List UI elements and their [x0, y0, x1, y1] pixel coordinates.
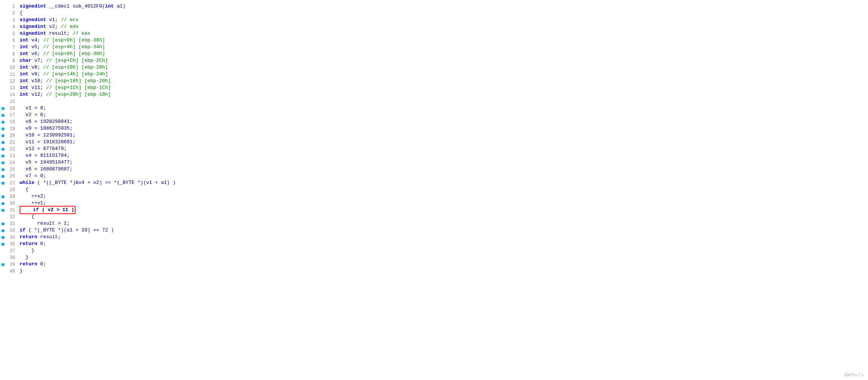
code-line: signed int result; // eax [20, 30, 868, 37]
line-number: 32 [6, 214, 15, 221]
dot-cell [0, 173, 6, 180]
code-line: v6 = 1680879687; [20, 166, 868, 173]
dot-cell [0, 37, 6, 44]
code-line: int v5; // [esp+4h] [ebp-34h] [20, 44, 868, 51]
dot-cell [0, 221, 6, 227]
code-line: } [20, 268, 868, 274]
line-number: 12 [6, 78, 15, 85]
line-number: 20 [6, 132, 15, 139]
line-number: 14 [6, 92, 15, 98]
code-line: while ( *((_BYTE *)&v4 + v2) == *(_BYTE … [20, 179, 868, 186]
dot-cell [0, 44, 6, 51]
code-line: signed int v1; // ecx [20, 17, 868, 23]
breakpoint-dot [2, 148, 5, 151]
code-line: { [20, 10, 868, 17]
breakpoint-dot [2, 141, 5, 144]
dot-cell [0, 193, 6, 200]
code-line: int v12; // [esp+20h] [ebp-18h] [20, 91, 868, 98]
dot-cell [0, 17, 6, 24]
code-line: int v10; // [esp+18h] [ebp-20h] [20, 78, 868, 84]
dot-cell [0, 248, 6, 254]
dot-cell [0, 24, 6, 31]
code-line: v4 = 811151704; [20, 152, 868, 159]
code-line: } [20, 254, 868, 261]
line-number: 18 [6, 119, 15, 126]
line-number: 16 [6, 105, 15, 112]
code-line: char v7; // [esp+Ch] [ebp-2Ch] [20, 57, 868, 64]
line-numbers-column: 1234567891011121314151617181920212223242… [6, 3, 18, 377]
dot-cell [0, 187, 6, 193]
dot-cell [0, 207, 6, 214]
line-number: 35 [6, 234, 15, 241]
dot-cell [0, 51, 6, 58]
breakpoint-dot [2, 209, 5, 212]
dot-cell [0, 146, 6, 153]
breakpoint-dot [2, 236, 5, 239]
code-view: 1234567891011121314151617181920212223242… [0, 0, 868, 380]
breakpoint-column [0, 3, 6, 377]
code-line: return result; [20, 234, 868, 241]
dot-cell [0, 64, 6, 71]
dot-cell [0, 112, 6, 119]
dot-cell [0, 10, 6, 17]
code-line: if ( v2 > 11 ) [20, 207, 868, 213]
watermark: IDA Pro 7.x [844, 373, 863, 377]
dot-cell [0, 92, 6, 98]
line-number: 40 [6, 268, 15, 275]
dot-cell [0, 139, 6, 146]
breakpoint-dot [2, 107, 5, 110]
code-line: int v6; // [esp+8h] [ebp-30h] [20, 51, 868, 57]
code-line: ++v2; [20, 193, 868, 200]
breakpoint-dot [2, 195, 5, 198]
code-line: int v8; // [esp+10h] [ebp-28h] [20, 64, 868, 71]
line-number: 3 [6, 17, 15, 24]
line-number: 24 [6, 159, 15, 166]
line-number: 38 [6, 254, 15, 261]
line-number: 8 [6, 51, 15, 58]
code-line: v8 = 1920298841; [20, 118, 868, 125]
line-number: 37 [6, 248, 15, 254]
dot-cell [0, 200, 6, 207]
breakpoint-dot [2, 175, 5, 178]
dot-cell [0, 105, 6, 112]
code-line: v2 = 0; [20, 112, 868, 118]
line-number: 4 [6, 24, 15, 31]
breakpoint-dot [2, 229, 5, 232]
code-line: return 0; [20, 241, 868, 247]
dot-cell [0, 261, 6, 268]
code-line: int v9; // [esp+14h] [ebp-24h] [20, 71, 868, 78]
dot-cell [0, 71, 6, 78]
code-line: signed int __cdecl sub_4012F0(int a1) [20, 3, 868, 10]
line-number: 25 [6, 166, 15, 173]
breakpoint-dot [2, 222, 5, 225]
breakpoint-dot [2, 202, 5, 205]
line-number: 13 [6, 85, 15, 92]
line-number: 28 [6, 187, 15, 193]
code-line: } [20, 247, 868, 254]
code-line: { [20, 186, 868, 193]
dot-cell [0, 159, 6, 166]
line-number: 21 [6, 139, 15, 146]
dot-cell [0, 132, 6, 139]
dot-cell [0, 180, 6, 187]
dot-cell [0, 241, 6, 248]
code-line: ++v1; [20, 200, 868, 207]
line-number: 15 [6, 98, 15, 105]
line-number: 29 [6, 193, 15, 200]
dot-cell [0, 31, 6, 37]
dot-cell [0, 268, 6, 275]
code-line: int v4; // [esp+0h] [ebp-38h] [20, 37, 868, 44]
dot-cell [0, 126, 6, 132]
breakpoint-dot [2, 127, 5, 130]
line-number: 1 [6, 3, 15, 10]
code-line: int v11; // [esp+1Ch] [ebp-1Ch] [20, 84, 868, 91]
code-line: signed int v2; // edx [20, 23, 868, 30]
code-line: v5 = 1949519477; [20, 159, 868, 166]
code-line: { [20, 213, 868, 220]
dot-cell [0, 3, 6, 10]
line-number: 17 [6, 112, 15, 119]
dot-cell [0, 234, 6, 241]
breakpoint-dot [2, 134, 5, 137]
dot-cell [0, 98, 6, 105]
line-number: 27 [6, 180, 15, 187]
